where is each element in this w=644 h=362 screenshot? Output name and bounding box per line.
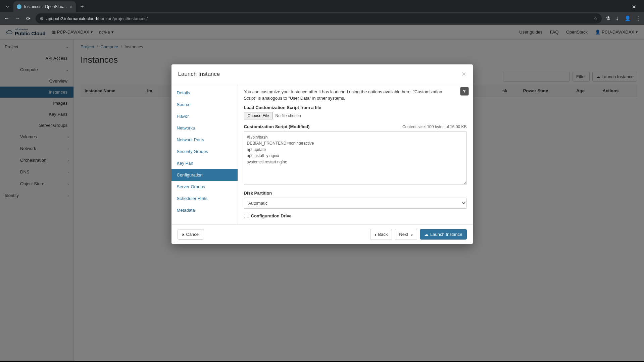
bookmark-star-icon[interactable]: ☆ (594, 16, 598, 21)
tab-strip: Instances - OpenStac… × + × (0, 0, 644, 12)
config-drive-label: Configuration Drive (251, 213, 292, 218)
tab-close-icon[interactable]: × (69, 4, 72, 9)
wizard-content: ? You can customize your instance after … (238, 84, 473, 224)
window-close-button[interactable]: × (627, 3, 641, 11)
content-size: Content size: 100 bytes of 16.00 KB (402, 124, 466, 129)
tab-favicon (17, 4, 21, 9)
step-flavor[interactable]: Flavor (171, 110, 238, 122)
reload-button[interactable]: ⟳ (25, 15, 32, 22)
browser-tab[interactable]: Instances - OpenStac… × (13, 1, 76, 12)
step-source[interactable]: Source (171, 99, 238, 110)
wizard-nav: Details Source Flavor Networks Network P… (171, 84, 238, 224)
config-drive-row[interactable]: Configuration Drive (244, 213, 467, 218)
config-drive-checkbox[interactable] (244, 214, 248, 218)
script-header: Customization Script (Modified) Content … (244, 124, 467, 129)
help-button[interactable]: ? (460, 87, 469, 96)
file-input-row: Choose File No file chosen (244, 112, 467, 119)
close-icon (182, 232, 185, 237)
toolbar-right: ⚗ ⭳ 👤 ⋮ (606, 15, 641, 21)
browser-toolbar: ← → ⟳ ⚙ api.pub2.infomaniak.cloud/horizo… (0, 12, 644, 25)
modal-title: Launch Instance (178, 71, 220, 77)
launch-instance-modal: Launch Instance × Details Source Flavor … (171, 64, 473, 244)
url-text: api.pub2.infomaniak.cloud/horizon/projec… (46, 16, 148, 21)
choose-file-button[interactable]: Choose File (244, 112, 273, 119)
disk-partition-select[interactable]: Automatic (244, 198, 467, 209)
profile-icon[interactable]: 👤 (625, 15, 631, 21)
step-network-ports[interactable]: Network Ports (171, 134, 238, 146)
script-label: Customization Script (Modified) (244, 124, 310, 129)
menu-icon[interactable]: ⋮ (636, 15, 641, 21)
modal-footer: Cancel Back Next Launch Instance (171, 224, 473, 244)
disk-partition-label: Disk Partition (244, 191, 467, 196)
back-button[interactable]: Back (370, 229, 392, 240)
launch-button[interactable]: Launch Instance (420, 229, 466, 240)
step-security-groups[interactable]: Security Groups (171, 146, 238, 157)
new-tab-button[interactable]: + (77, 3, 88, 10)
step-networks[interactable]: Networks (171, 122, 238, 134)
address-bar[interactable]: ⚙ api.pub2.infomaniak.cloud/horizon/proj… (36, 13, 602, 23)
step-key-pair[interactable]: Key Pair (171, 157, 238, 169)
chevron-left-icon (375, 231, 376, 237)
back-button[interactable]: ← (3, 15, 10, 21)
modal-body: Details Source Flavor Networks Network P… (171, 84, 473, 224)
customization-script-textarea[interactable] (244, 131, 467, 185)
step-server-groups[interactable]: Server Groups (171, 181, 238, 193)
browser-chrome: Instances - OpenStac… × + × ← → ⟳ ⚙ api.… (0, 0, 644, 25)
step-metadata[interactable]: Metadata (171, 204, 238, 216)
cloud-upload-icon (424, 232, 429, 237)
forward-button[interactable]: → (14, 15, 21, 21)
next-button[interactable]: Next (395, 229, 417, 240)
cancel-button[interactable]: Cancel (178, 229, 204, 240)
step-configuration[interactable]: Configuration (171, 169, 238, 181)
downloads-icon[interactable]: ⭳ (615, 16, 620, 21)
file-status: No file chosen (276, 113, 301, 118)
modal-close-icon[interactable]: × (462, 70, 466, 79)
modal-header: Launch Instance × (171, 64, 473, 84)
step-details[interactable]: Details (171, 87, 238, 99)
labs-icon[interactable]: ⚗ (606, 15, 610, 21)
step-description: You can customize your instance after it… (244, 89, 467, 102)
step-scheduler-hints[interactable]: Scheduler Hints (171, 193, 238, 204)
chevron-down-icon (5, 4, 10, 9)
app-container: Infomaniak Public Cloud ▦ PCP-DAWXDAX ▾ … (0, 25, 644, 361)
site-settings-icon[interactable]: ⚙ (40, 16, 44, 21)
load-script-label: Load Customization Script from a file (244, 105, 467, 110)
tab-title: Instances - OpenStac… (24, 4, 67, 9)
tab-search-button[interactable] (3, 2, 12, 11)
